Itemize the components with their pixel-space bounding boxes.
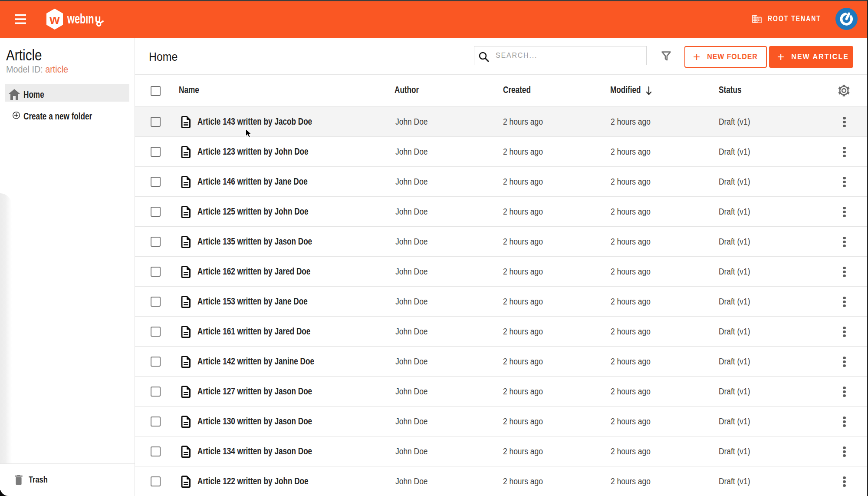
svg-text:w: w <box>49 12 60 26</box>
